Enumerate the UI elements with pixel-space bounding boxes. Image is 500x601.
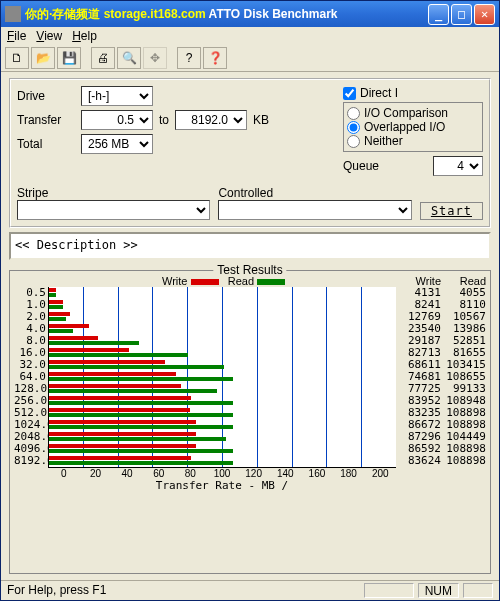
move-icon[interactable]: ✥ <box>143 47 167 69</box>
bar-row <box>49 323 396 335</box>
total-label: Total <box>17 137 75 151</box>
results-title: Test Results <box>213 263 286 277</box>
preview-icon[interactable]: 🔍 <box>117 47 141 69</box>
bar-row <box>49 407 396 419</box>
total-select[interactable]: 256 MB <box>81 134 153 154</box>
description-box[interactable]: << Description >> <box>9 232 491 260</box>
bar-row <box>49 311 396 323</box>
controlled-select[interactable] <box>218 200 411 220</box>
save-icon[interactable]: 💾 <box>57 47 81 69</box>
drive-select[interactable]: [-h-] <box>81 86 153 106</box>
bar-row <box>49 347 396 359</box>
io-comparison-radio[interactable]: I/O Comparison <box>347 106 479 120</box>
neither-radio[interactable]: Neither <box>347 134 479 148</box>
transfer-to-select[interactable]: 8192.0 <box>175 110 247 130</box>
bar-row <box>49 419 396 431</box>
queue-select[interactable]: 4 <box>433 156 483 176</box>
to-label: to <box>159 113 169 127</box>
bar-row <box>49 395 396 407</box>
whatsthis-icon[interactable]: ❓ <box>203 47 227 69</box>
status-help: For Help, press F1 <box>7 583 360 598</box>
menubar: File View Help <box>1 27 499 45</box>
help-icon[interactable]: ? <box>177 47 201 69</box>
direct-io-checkbox[interactable]: Direct I <box>343 86 483 100</box>
maximize-button[interactable]: □ <box>451 4 472 25</box>
xlabel: Transfer Rate - MB / <box>48 479 396 492</box>
print-icon[interactable]: 🖨 <box>91 47 115 69</box>
bar-row <box>49 287 396 299</box>
open-icon[interactable]: 📂 <box>31 47 55 69</box>
bar-row <box>49 455 396 467</box>
bar-row <box>49 299 396 311</box>
controlled-label: Controlled <box>218 186 411 200</box>
bar-row <box>49 383 396 395</box>
bar-row <box>49 431 396 443</box>
overlapped-radio[interactable]: Overlapped I/O <box>347 120 479 134</box>
settings-panel: Drive [-h-] Transfer 0.5 to 8192.0 KB To… <box>9 78 491 228</box>
bar-row <box>49 443 396 455</box>
menu-help[interactable]: Help <box>72 29 97 43</box>
write-legend: Write <box>162 275 187 287</box>
bar-row <box>49 371 396 383</box>
transfer-unit: KB <box>253 113 269 127</box>
transfer-from-select[interactable]: 0.5 <box>81 110 153 130</box>
stripe-select[interactable] <box>17 200 210 220</box>
window-title: 你的·存储频道 storage.it168.com ATTO Disk Benc… <box>25 6 428 23</box>
menu-view[interactable]: View <box>36 29 62 43</box>
menu-file[interactable]: File <box>7 29 26 43</box>
chart: 0.51.02.04.08.016.032.064.0128.0256.0512… <box>14 287 486 468</box>
app-icon <box>5 6 21 22</box>
bar-row <box>49 359 396 371</box>
statusbar: For Help, press F1 NUM <box>1 580 499 600</box>
minimize-button[interactable]: _ <box>428 4 449 25</box>
toolbar: 🗋 📂 💾 🖨 🔍 ✥ ? ❓ <box>1 45 499 72</box>
stripe-label: Stripe <box>17 186 210 200</box>
titlebar[interactable]: 你的·存储频道 storage.it168.com ATTO Disk Benc… <box>1 1 499 27</box>
transfer-label: Transfer <box>17 113 75 127</box>
start-button[interactable]: Start <box>420 202 483 220</box>
app-window: 你的·存储频道 storage.it168.com ATTO Disk Benc… <box>0 0 500 601</box>
queue-label: Queue <box>343 159 379 173</box>
drive-label: Drive <box>17 89 75 103</box>
bar-row <box>49 335 396 347</box>
results-panel: Test Results Write Read WriteRead 0.51.0… <box>9 270 491 574</box>
close-button[interactable]: ✕ <box>474 4 495 25</box>
numlock-indicator: NUM <box>418 583 459 598</box>
new-icon[interactable]: 🗋 <box>5 47 29 69</box>
